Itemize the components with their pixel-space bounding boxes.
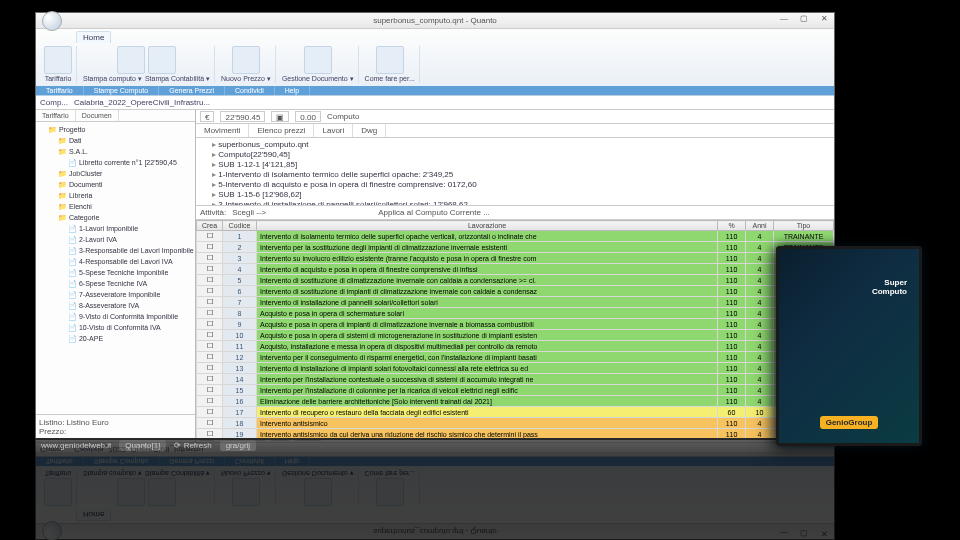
gestione-doc-icon[interactable] [304, 478, 332, 506]
table-row[interactable]: ☐18Intervento antisismico1104TRAINANTE [197, 418, 834, 429]
row-check[interactable]: ☐ [197, 242, 223, 253]
tree-sal-item[interactable]: Libretto corrente n°1 [22'590,45 [68, 157, 193, 168]
computo-outline[interactable]: superbonus_computo.qntComputo[22'590,45]… [196, 138, 834, 206]
col-codice[interactable]: Codice [223, 221, 257, 231]
close-button[interactable]: ✕ [816, 526, 832, 538]
table-row[interactable]: ☐2Intervento per la sostituzione degli i… [197, 242, 834, 253]
project-tree[interactable]: Progetto Dati S.A.L. Libretto corrente n… [36, 122, 195, 414]
tree-elenchi[interactable]: Elenchi [58, 201, 193, 212]
tree-category-item[interactable]: 9-Visto di Conformità Imponibile [68, 311, 193, 322]
nuovo-prezzo-icon[interactable] [232, 478, 260, 506]
subtab-movimenti[interactable]: Movimenti [196, 124, 249, 137]
btn-tariffario[interactable]: Tariffario [45, 75, 72, 82]
col-tipo[interactable]: Tipo [774, 221, 834, 231]
table-row[interactable]: ☐1Intervento di isolamento termico delle… [197, 231, 834, 242]
row-check[interactable]: ☐ [197, 352, 223, 363]
row-check[interactable]: ☐ [197, 418, 223, 429]
tree-libreria[interactable]: Libreria [58, 190, 193, 201]
tree-category-item[interactable]: 2-Lavori IVA [68, 234, 193, 245]
table-row[interactable]: ☐14Intervento per l'installazione contes… [197, 374, 834, 385]
tree-dati[interactable]: Dati [58, 135, 193, 146]
path-b[interactable]: Calabria_2022_OpereCivili_Infrastru... [74, 98, 210, 107]
subtab-elenco-prezzi[interactable]: Elenco prezzi [249, 124, 314, 137]
btn-gestione-doc[interactable]: Gestione Documento ▾ [282, 75, 354, 83]
table-row[interactable]: ☐4Intervento di acquisto e posa in opera… [197, 264, 834, 275]
row-check[interactable]: ☐ [197, 253, 223, 264]
tree-categorie[interactable]: Categorie [58, 212, 193, 223]
row-check[interactable]: ☐ [197, 407, 223, 418]
btn-gestione-doc[interactable]: Gestione Documento ▾ [282, 469, 354, 477]
tree-category-item[interactable]: 6-Spese Tecniche IVA [68, 278, 193, 289]
app-orb-icon[interactable] [42, 522, 62, 541]
row-check[interactable]: ☐ [197, 297, 223, 308]
tariffario-icon[interactable] [44, 46, 72, 74]
tree-category-item[interactable]: 1-Lavori Imponibile [68, 223, 193, 234]
table-row[interactable]: ☐6Intervento di sostituzione di impianti… [197, 286, 834, 297]
filter-apply[interactable]: Applica al Computo Corrente ... [378, 208, 490, 217]
row-check[interactable]: ☐ [197, 286, 223, 297]
tree-jobcluster[interactable]: JobCluster [58, 168, 193, 179]
table-row[interactable]: ☐11Acquisto, installazione e messa in op… [197, 341, 834, 352]
toolbar-extra[interactable]: Computo [327, 112, 359, 121]
outline-item[interactable]: superbonus_computo.qnt [212, 140, 830, 150]
tree-progetto[interactable]: Progetto [48, 124, 193, 135]
tree-category-item[interactable]: 3-Responsabile dei Lavori Imponibile [68, 245, 193, 256]
task-b[interactable]: Quanto[1] [119, 440, 166, 451]
help-icon[interactable] [376, 478, 404, 506]
btn-stampa-computo[interactable]: Stampa computo ▾ [83, 75, 142, 83]
btn-stampa-contab[interactable]: Stampa Contabilità ▾ [145, 469, 210, 477]
col-anni[interactable]: Anni [746, 221, 774, 231]
task-d[interactable]: gra/grij [220, 440, 256, 451]
task-refresh[interactable]: ⟳ Refresh [174, 441, 211, 450]
nuovo-prezzo-icon[interactable] [232, 46, 260, 74]
col-lavorazione[interactable]: Lavorazione [257, 221, 718, 231]
gestione-doc-icon[interactable] [304, 46, 332, 74]
table-row[interactable]: ☐8Acquisto e posa in opera di schermatur… [197, 308, 834, 319]
print-computo-icon[interactable] [117, 478, 145, 506]
outline-item[interactable]: SUB 1-15-6 [12'968,62] [212, 190, 830, 200]
filter-select[interactable]: Scegli --> [232, 208, 372, 217]
minimize-button[interactable]: — [776, 526, 792, 538]
task-a[interactable]: www.geniodelweb.it [41, 441, 111, 450]
minimize-button[interactable]: — [776, 14, 792, 26]
row-check[interactable]: ☐ [197, 385, 223, 396]
btn-stampa-computo[interactable]: Stampa computo ▾ [83, 469, 142, 477]
row-check[interactable]: ☐ [197, 308, 223, 319]
tree-documenti[interactable]: Documenti [58, 179, 193, 190]
btn-come-fare[interactable]: Come fare per... [365, 470, 415, 477]
tree-sal[interactable]: S.A.L. [58, 146, 193, 157]
outline-item[interactable]: 1-Intervento di isolamento termico delle… [212, 170, 830, 180]
row-check[interactable]: ☐ [197, 341, 223, 352]
table-row[interactable]: ☐13Intervento di installazione di impian… [197, 363, 834, 374]
lavorazioni-grid[interactable]: Crea Codice Lavorazione % Anni Tipo ☐1In… [196, 220, 834, 439]
maximize-button[interactable]: ▢ [796, 14, 812, 26]
outline-item[interactable]: SUB 1-12-1 [4'121,85] [212, 160, 830, 170]
row-check[interactable]: ☐ [197, 231, 223, 242]
left-tab-tariffario[interactable]: Tariffario [36, 110, 76, 121]
print-contab-icon[interactable] [148, 46, 176, 74]
table-row[interactable]: ☐3Intervento su involucro edilizio esist… [197, 253, 834, 264]
left-tab-documen[interactable]: Documen [76, 110, 119, 121]
outline-item[interactable]: Computo[22'590,45] [212, 150, 830, 160]
table-row[interactable]: ☐16Eliminazione delle barriere architett… [197, 396, 834, 407]
subtab-lavori[interactable]: Lavori [314, 124, 353, 137]
btn-tariffario[interactable]: Tariffario [45, 470, 72, 477]
table-row[interactable]: ☐12Intervento per il conseguimento di ri… [197, 352, 834, 363]
tree-category-item[interactable]: 5-Spese Tecniche Imponibile [68, 267, 193, 278]
path-a[interactable]: Comp... [40, 98, 68, 107]
row-check[interactable]: ☐ [197, 275, 223, 286]
table-row[interactable]: ☐10Acquisto e posa in opera di sistemi d… [197, 330, 834, 341]
col-pct[interactable]: % [718, 221, 746, 231]
row-check[interactable]: ☐ [197, 363, 223, 374]
row-check[interactable]: ☐ [197, 319, 223, 330]
row-check[interactable]: ☐ [197, 374, 223, 385]
tree-category-item[interactable]: 7-Asseveratore Imponibile [68, 289, 193, 300]
btn-nuovo-prezzo[interactable]: Nuovo Prezzo ▾ [221, 469, 271, 477]
row-check[interactable]: ☐ [197, 396, 223, 407]
close-button[interactable]: ✕ [816, 14, 832, 26]
tree-category-item[interactable]: 8-Asseveratore IVA [68, 300, 193, 311]
btn-stampa-contab[interactable]: Stampa Contabilità ▾ [145, 75, 210, 83]
tree-category-item[interactable]: 10-Visto di Conformità IVA [68, 322, 193, 333]
ribbon-tab-home[interactable]: Home [76, 509, 111, 521]
outline-item[interactable]: 5-Intervento di acquisto e posa in opera… [212, 180, 830, 190]
